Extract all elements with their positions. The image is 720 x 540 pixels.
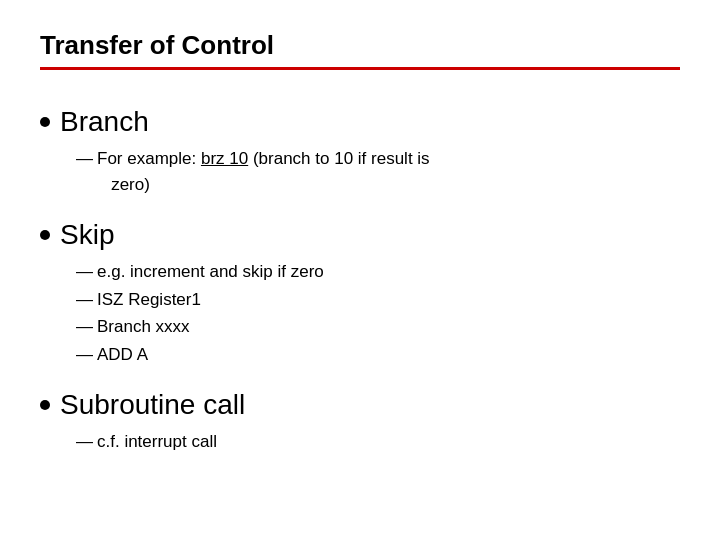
bullet-main-branch: Branch <box>40 106 680 138</box>
dash-icon-skip-3: — <box>76 314 93 340</box>
bullet-label-subroutine: Subroutine call <box>60 389 245 421</box>
sub-bullet-text-branch: For example: brz 10 (branch to 10 if res… <box>97 146 430 197</box>
code-brz: brz 10 <box>201 149 248 168</box>
title-underline <box>40 67 680 70</box>
bullet-label-branch: Branch <box>60 106 149 138</box>
sub-bullet-text-skip-2: ISZ Register1 <box>97 287 201 313</box>
sub-bullet-skip-4: — ADD A <box>76 342 680 368</box>
dash-icon: — <box>76 146 93 172</box>
sub-bullet-text-skip-3: Branch xxxx <box>97 314 190 340</box>
title-area: Transfer of Control <box>40 30 680 70</box>
sub-bullet-skip-1: — e.g. increment and skip if zero <box>76 259 680 285</box>
sub-bullets-subroutine: — c.f. interrupt call <box>76 429 680 455</box>
content-area: Branch — For example: brz 10 (branch to … <box>40 88 680 510</box>
bullet-label-skip: Skip <box>60 219 114 251</box>
sub-bullet-text-subroutine-1: c.f. interrupt call <box>97 429 217 455</box>
bullet-section-branch: Branch — For example: brz 10 (branch to … <box>40 106 680 197</box>
sub-bullet-skip-2: — ISZ Register1 <box>76 287 680 313</box>
sub-bullet-text-skip-1: e.g. increment and skip if zero <box>97 259 324 285</box>
bullet-main-skip: Skip <box>40 219 680 251</box>
bullet-main-subroutine: Subroutine call <box>40 389 680 421</box>
dash-icon-skip-4: — <box>76 342 93 368</box>
slide: Transfer of Control Branch — For example… <box>0 0 720 540</box>
sub-bullet-text-skip-4: ADD A <box>97 342 148 368</box>
sub-bullet-subroutine-1: — c.f. interrupt call <box>76 429 680 455</box>
bullet-section-subroutine: Subroutine call — c.f. interrupt call <box>40 389 680 455</box>
dash-icon-skip-2: — <box>76 287 93 313</box>
slide-title: Transfer of Control <box>40 30 680 61</box>
sub-bullets-skip: — e.g. increment and skip if zero — ISZ … <box>76 259 680 367</box>
sub-bullet-skip-3: — Branch xxxx <box>76 314 680 340</box>
dash-icon-skip-1: — <box>76 259 93 285</box>
bullet-dot-subroutine <box>40 400 50 410</box>
bullet-section-skip: Skip — e.g. increment and skip if zero —… <box>40 219 680 367</box>
bullet-dot-skip <box>40 230 50 240</box>
sub-bullet-branch-example: — For example: brz 10 (branch to 10 if r… <box>76 146 680 197</box>
dash-icon-subroutine-1: — <box>76 429 93 455</box>
sub-bullets-branch: — For example: brz 10 (branch to 10 if r… <box>76 146 680 197</box>
bullet-dot-branch <box>40 117 50 127</box>
